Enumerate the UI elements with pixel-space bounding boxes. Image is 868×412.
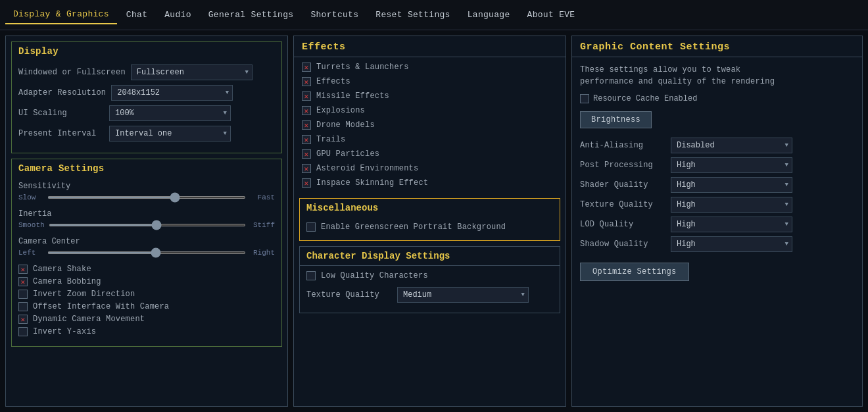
- gpu-label: GPU Particles: [316, 149, 379, 159]
- low-quality-checkbox[interactable]: [306, 271, 316, 280]
- lod-quality-row: LOD Quality Low Medium High: [580, 217, 854, 232]
- asteroid-label: Asteroid Environments: [316, 164, 418, 173]
- anti-aliasing-row: Anti-Aliasing Disabled FXAA MSAA 2x MSAA…: [580, 138, 854, 153]
- shader-quality-select-wrapper: Low Medium High: [671, 177, 792, 193]
- graphic-content-desc: These settings allow you to tweakperform…: [580, 64, 854, 88]
- effects-checkbox[interactable]: [302, 77, 311, 86]
- resource-cache-checkbox[interactable]: [580, 94, 589, 103]
- turrets-checkbox[interactable]: [302, 63, 311, 72]
- inertia-slider[interactable]: [49, 224, 246, 226]
- sensitivity-min-label: Slow: [18, 193, 43, 201]
- camera-center-track: Left Right: [18, 249, 275, 257]
- low-quality-label: Low Quality Characters: [321, 271, 428, 280]
- nav-audio[interactable]: Audio: [157, 6, 199, 24]
- dynamic-camera-checkbox[interactable]: [18, 315, 28, 324]
- invert-yaxis-label: Invert Y-axis: [33, 327, 96, 336]
- nav-chat[interactable]: Chat: [118, 6, 155, 24]
- missile-label: Missile Effects: [316, 91, 389, 101]
- missile-checkbox[interactable]: [302, 91, 311, 101]
- char-texture-row: Texture Quality Low Medium High: [306, 287, 553, 303]
- sensitivity-row: Sensitivity Slow Fast: [18, 182, 275, 201]
- effect-inspace: Inspace Skinning Effect: [302, 178, 558, 188]
- effect-turrets: Turrets & Launchers: [302, 63, 558, 72]
- brightness-button[interactable]: Brightness: [580, 111, 652, 128]
- camera-center-min-label: Left: [18, 249, 43, 257]
- char-texture-select[interactable]: Low Medium High: [397, 287, 529, 303]
- post-processing-select[interactable]: Low Medium High: [671, 157, 792, 173]
- gpu-checkbox[interactable]: [302, 149, 311, 159]
- greenscreen-checkbox[interactable]: [306, 222, 316, 232]
- invert-yaxis-checkbox[interactable]: [18, 327, 28, 336]
- windowed-select[interactable]: Fullscreen Windowed: [131, 64, 253, 80]
- sensitivity-track: Slow Fast: [18, 193, 275, 201]
- explosions-checkbox[interactable]: [302, 106, 311, 115]
- nav-display-graphics[interactable]: Display & Graphics: [5, 5, 117, 24]
- shader-quality-select[interactable]: Low Medium High: [671, 177, 792, 193]
- ui-scaling-select[interactable]: 100% 90% 110%: [109, 105, 231, 121]
- dynamic-camera-row: Dynamic Camera Movement: [18, 315, 275, 324]
- camera-bobbing-checkbox[interactable]: [18, 277, 28, 286]
- left-panel: Display Windowed or Fullscreen Fullscree…: [5, 36, 288, 407]
- effect-drone: Drone Models: [302, 120, 558, 130]
- trails-checkbox[interactable]: [302, 135, 311, 144]
- drone-label: Drone Models: [316, 120, 375, 130]
- resource-cache-label: Resource Cache Enabled: [593, 94, 697, 103]
- windowed-label: Windowed or Fullscreen: [18, 68, 126, 77]
- texture-quality-select[interactable]: Low Medium High: [671, 197, 792, 213]
- main-content: Display Windowed or Fullscreen Fullscree…: [0, 30, 868, 412]
- camera-bobbing-row: Camera Bobbing: [18, 277, 275, 286]
- char-display-title: Character Display Settings: [300, 247, 560, 266]
- offset-interface-row: Offset Interface With Camera: [18, 302, 275, 311]
- present-interval-row: Present Interval Interval one Interval t…: [18, 126, 275, 142]
- char-texture-label: Texture Quality: [306, 290, 392, 299]
- nav-shortcuts[interactable]: Shortcuts: [302, 6, 366, 24]
- offset-interface-checkbox[interactable]: [18, 302, 28, 311]
- invert-zoom-checkbox[interactable]: [18, 290, 28, 299]
- right-panel: Graphic Content Settings These settings …: [571, 36, 863, 407]
- texture-quality-row: Texture Quality Low Medium High: [580, 197, 854, 213]
- optimize-settings-button[interactable]: Optimize Settings: [580, 263, 689, 281]
- greenscreen-label: Enable Greenscreen Portrait Background: [321, 222, 506, 232]
- camera-center-slider[interactable]: [47, 251, 246, 254]
- greenscreen-row: Enable Greenscreen Portrait Background: [306, 222, 553, 232]
- effect-explosions: Explosions: [302, 106, 558, 115]
- texture-quality-label: Texture Quality: [580, 200, 665, 209]
- top-navigation: Display & Graphics Chat Audio General Se…: [0, 0, 868, 30]
- character-display-section: Character Display Settings Low Quality C…: [299, 246, 560, 313]
- camera-bobbing-label: Camera Bobbing: [33, 277, 101, 286]
- miscellaneous-section: Miscellaneous Enable Greenscreen Portrai…: [299, 198, 560, 241]
- shader-quality-row: Shader Quality Low Medium High: [580, 177, 854, 193]
- texture-quality-select-wrapper: Low Medium High: [671, 197, 792, 213]
- nav-reset-settings[interactable]: Reset Settings: [368, 6, 458, 24]
- adapter-select[interactable]: 2048x1152 1920x1080: [111, 85, 233, 101]
- turrets-label: Turrets & Launchers: [316, 63, 409, 72]
- shader-quality-label: Shader Quality: [580, 180, 665, 190]
- nav-general-settings[interactable]: General Settings: [201, 6, 302, 24]
- inertia-label: Inertia: [18, 209, 275, 219]
- shadow-quality-select[interactable]: Low Medium High: [671, 236, 792, 252]
- inspace-label: Inspace Skinning Effect: [316, 178, 428, 188]
- nav-language[interactable]: Language: [460, 6, 518, 24]
- effect-missile: Missile Effects: [302, 91, 558, 101]
- resource-cache-row: Resource Cache Enabled: [580, 94, 854, 103]
- camera-section-content: Sensitivity Slow Fast Inertia Smooth Sti…: [12, 178, 281, 346]
- sensitivity-slider[interactable]: [47, 196, 246, 199]
- display-section-title: Display: [12, 42, 281, 61]
- camera-center-max-label: Right: [250, 249, 275, 257]
- invert-yaxis-row: Invert Y-axis: [18, 327, 275, 336]
- camera-shake-checkbox[interactable]: [18, 265, 28, 274]
- present-select[interactable]: Interval one Interval two Immediate: [109, 126, 231, 142]
- asteroid-checkbox[interactable]: [302, 164, 311, 173]
- nav-about-eve[interactable]: About EVE: [519, 6, 583, 24]
- anti-aliasing-select[interactable]: Disabled FXAA MSAA 2x MSAA 4x: [671, 138, 792, 153]
- sensitivity-label: Sensitivity: [18, 182, 275, 191]
- lod-quality-select[interactable]: Low Medium High: [671, 217, 792, 232]
- inertia-min-label: Smooth: [18, 221, 45, 229]
- char-texture-select-wrapper: Low Medium High: [397, 287, 529, 303]
- drone-checkbox[interactable]: [302, 120, 311, 130]
- ui-scaling-label: UI Scaling: [18, 109, 104, 118]
- post-processing-label: Post Processing: [580, 161, 665, 170]
- anti-aliasing-label: Anti-Aliasing: [580, 141, 665, 150]
- inspace-checkbox[interactable]: [302, 178, 311, 188]
- effects-list: Turrets & Launchers Effects Missile Effe…: [294, 57, 566, 198]
